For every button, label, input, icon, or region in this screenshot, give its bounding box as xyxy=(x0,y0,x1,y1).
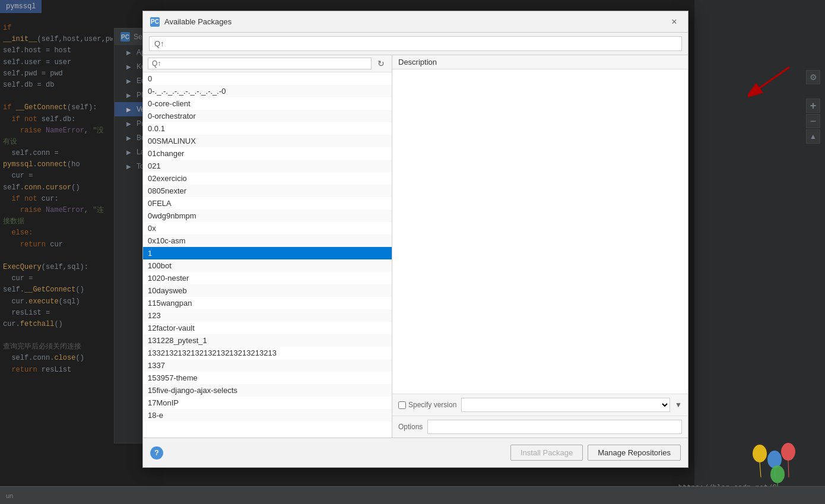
package-item[interactable]: 100bot xyxy=(143,259,392,272)
options-label: Options xyxy=(398,423,423,431)
package-item[interactable]: 0-._.-._.-._.-._.-._.-._.-0 xyxy=(143,85,392,97)
dialog-body: Q↑ ↻ 00-._.-._.-._.-._.-._.-._.-00-core-… xyxy=(143,55,688,438)
package-item[interactable]: 10daysweb xyxy=(143,284,392,297)
package-item[interactable]: 0x xyxy=(143,222,392,234)
package-item[interactable]: 0wdg9nbmpm xyxy=(143,210,392,222)
package-item[interactable]: 0-orchestrator xyxy=(143,110,392,122)
top-search-wrapper: Q↑ xyxy=(149,36,682,51)
ide-background: pymssql if __init__(self,host,user,pwd,d… xyxy=(0,0,825,504)
package-item[interactable]: 133213213213213213213213213213 xyxy=(143,347,392,359)
svg-line-7 xyxy=(788,461,789,477)
top-search-input[interactable] xyxy=(167,39,677,48)
available-packages-dialog: PC Available Packages × Q↑ Q↑ ↻ xyxy=(142,11,688,468)
svg-line-3 xyxy=(760,462,761,477)
package-item[interactable]: 00SMALINUX xyxy=(143,135,392,147)
package-item[interactable]: 12factor-vault xyxy=(143,322,392,334)
dialog-close-button[interactable]: × xyxy=(668,15,681,28)
description-body xyxy=(392,69,688,394)
package-list-container: Q↑ ↻ 00-._.-._.-._.-._.-._.-._.-00-core-… xyxy=(143,55,392,438)
package-item[interactable]: 0FELA xyxy=(143,197,392,210)
dialog-title: PC Available Packages xyxy=(150,17,231,27)
bottom-status: un xyxy=(6,492,13,499)
version-row: Specify version ▼ xyxy=(392,394,688,416)
package-item[interactable]: 0x10c-asm xyxy=(143,234,392,247)
svg-point-6 xyxy=(781,443,795,461)
package-item[interactable]: 131228_pytest_1 xyxy=(143,334,392,347)
package-item[interactable]: 1337 xyxy=(143,359,392,372)
package-item[interactable]: 01changer xyxy=(143,147,392,160)
package-item[interactable]: 17MonIP xyxy=(143,397,392,409)
dialog-titlebar: PC Available Packages × xyxy=(143,11,688,33)
package-item[interactable]: 0-core-client xyxy=(143,97,392,110)
package-item[interactable]: 15five-django-ajax-selects xyxy=(143,384,392,397)
package-list-header: Q↑ ↻ xyxy=(143,55,392,72)
package-search-input[interactable] xyxy=(163,59,367,68)
install-package-button[interactable]: Install Package xyxy=(510,445,583,461)
description-header: Description xyxy=(392,55,688,69)
help-button[interactable]: ? xyxy=(150,446,163,459)
dialog-footer: ? Install Package Manage Repositories xyxy=(143,438,688,467)
package-search-icon: Q↑ xyxy=(152,59,161,68)
dialog-search-bar: Q↑ xyxy=(143,33,688,55)
package-item[interactable]: 1 xyxy=(143,247,392,259)
version-select[interactable] xyxy=(461,398,670,412)
svg-point-8 xyxy=(770,465,785,483)
refresh-button[interactable]: ↻ xyxy=(375,58,387,69)
version-dropdown-arrow: ▼ xyxy=(675,401,682,409)
package-item[interactable]: 123 xyxy=(143,309,392,322)
package-list: 00-._.-._.-._.-._.-._.-._.-00-core-clien… xyxy=(143,72,392,438)
footer-left: ? xyxy=(150,446,163,459)
package-item[interactable]: 153957-theme xyxy=(143,372,392,384)
version-checkbox-input[interactable] xyxy=(398,401,406,409)
package-item[interactable]: 18-e xyxy=(143,409,392,421)
specify-version-checkbox: Specify version xyxy=(398,401,456,409)
svg-point-4 xyxy=(767,451,782,468)
package-item[interactable]: 1020-nester xyxy=(143,272,392,284)
svg-point-2 xyxy=(753,445,767,462)
dialog-title-text: Available Packages xyxy=(164,17,231,26)
balloons-decoration xyxy=(748,439,807,486)
package-item[interactable]: 0 xyxy=(143,72,392,85)
search-icon: Q↑ xyxy=(154,39,164,48)
package-item[interactable]: 02exercicio xyxy=(143,172,392,185)
package-search-wrapper: Q↑ xyxy=(148,58,372,69)
footer-right: Install Package Manage Repositories xyxy=(510,445,681,461)
bottom-bar: un xyxy=(0,486,825,504)
options-row: Options xyxy=(392,416,688,438)
dialog-title-icon: PC xyxy=(150,17,160,27)
package-item[interactable]: 0805nexter xyxy=(143,185,392,197)
specify-version-label: Specify version xyxy=(408,401,456,409)
package-item[interactable]: 021 xyxy=(143,160,392,172)
package-item[interactable]: 115wangpan xyxy=(143,297,392,309)
package-item[interactable]: 0.0.1 xyxy=(143,122,392,135)
options-input[interactable] xyxy=(427,420,682,434)
manage-repositories-button[interactable]: Manage Repositories xyxy=(588,445,681,461)
description-container: Description Specify version ▼ Options xyxy=(392,55,688,438)
